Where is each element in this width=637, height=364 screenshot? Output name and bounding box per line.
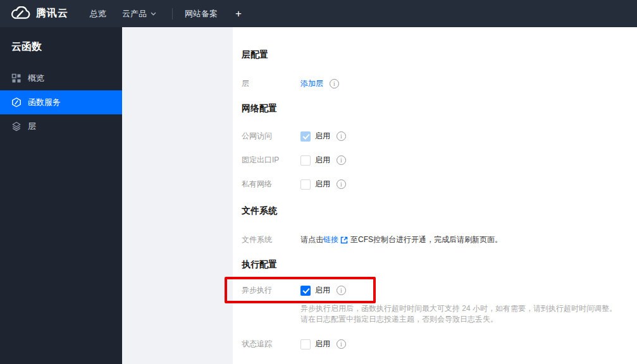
enable-checkbox[interactable] — [300, 286, 311, 296]
enable-checkbox[interactable] — [300, 339, 311, 349]
private-network-row: 私有网络 启用 — [242, 179, 637, 190]
enable-checkbox — [300, 131, 311, 142]
tencent-cloud-logo[interactable]: 腾讯云 — [10, 6, 68, 21]
description-line: 异步执行启用后，函数执行超时时间最大可支持 24 小时，如有需要，请到执行超时时… — [300, 303, 637, 314]
nav-divider — [172, 8, 173, 20]
sidebar-item-layers[interactable]: 层 — [0, 114, 122, 138]
row-label: 状态追踪 — [242, 339, 300, 349]
row-label: 固定出口IP — [242, 155, 300, 166]
sidebar-title: 云函数 — [0, 27, 122, 54]
enable-label: 启用 — [315, 285, 330, 296]
file-system-hint-after: 至CFS控制台进行开通，完成后请刷新页面。 — [350, 234, 502, 245]
info-icon[interactable] — [337, 131, 346, 141]
layer-row: 层 添加层 — [242, 78, 637, 89]
enable-checkbox[interactable] — [300, 179, 311, 190]
enable-checkbox[interactable] — [300, 155, 311, 166]
description-line: 请在日志配置中指定日志投递主题，否则会导致日志丢失。 — [300, 314, 637, 325]
async-execution-description: 异步执行启用后，函数执行超时时间最大可支持 24 小时，如有需要，请到执行超时时… — [300, 303, 637, 325]
info-icon[interactable] — [337, 286, 346, 295]
status-tracking-row: 状态追踪 启用 — [242, 339, 637, 349]
cfs-console-link[interactable]: 链接 — [323, 234, 338, 245]
enable-label: 启用 — [315, 179, 330, 190]
sidebar: 云函数 概览 函数服务 — [0, 27, 122, 364]
info-icon[interactable] — [337, 179, 346, 189]
logo-text: 腾讯云 — [36, 7, 68, 20]
sidebar-item-label: 函数服务 — [28, 97, 61, 108]
external-link-icon[interactable] — [340, 236, 348, 244]
row-label: 层 — [242, 78, 300, 89]
file-system-hint-before: 请点击 — [300, 234, 323, 245]
top-menu: 总览 云产品 网站备案 + — [90, 8, 242, 20]
enable-label: 启用 — [315, 155, 330, 166]
sidebar-item-function-service[interactable]: 函数服务 — [0, 90, 122, 114]
public-network-row: 公网访问 启用 — [242, 131, 637, 142]
sidebar-item-label: 层 — [28, 121, 36, 132]
section-title-layer-config: 层配置 — [242, 50, 637, 59]
file-system-row: 文件系统 请点击 链接 至CFS控制台进行开通，完成后请刷新页面。 — [242, 234, 637, 245]
enable-label: 启用 — [315, 131, 330, 142]
cloud-logo-icon — [10, 6, 30, 21]
async-execution-row: 异步执行 启用 — [242, 285, 637, 296]
info-icon[interactable] — [337, 339, 346, 349]
function-icon — [11, 97, 22, 107]
section-title-file-system: 文件系统 — [242, 206, 637, 215]
sidebar-item-label: 概览 — [28, 73, 44, 84]
info-icon[interactable] — [330, 79, 339, 88]
add-layer-link[interactable]: 添加层 — [300, 78, 323, 89]
nav-item-overview[interactable]: 总览 — [90, 8, 106, 20]
add-tab-button[interactable]: + — [235, 8, 242, 19]
row-label: 公网访问 — [242, 131, 300, 142]
section-title-execution-config: 执行配置 — [242, 260, 637, 269]
row-label: 文件系统 — [242, 234, 300, 245]
sidebar-item-overview[interactable]: 概览 — [0, 66, 122, 90]
nav-item-cloud-products[interactable]: 云产品 — [122, 8, 156, 20]
info-icon[interactable] — [337, 155, 346, 165]
fixed-egress-ip-row: 固定出口IP 启用 — [242, 155, 637, 166]
row-label: 私有网络 — [242, 179, 300, 190]
chevron-down-icon — [151, 12, 156, 16]
grid-icon — [11, 73, 22, 83]
function-config-form: 层配置 层 添加层 网络配置 公网访问 启用 固定出口IP 启用 私有网络 启用… — [233, 27, 637, 364]
nav-item-icp-filing[interactable]: 网站备案 — [185, 8, 218, 20]
enable-label: 启用 — [315, 339, 330, 349]
secondary-panel — [122, 27, 233, 364]
section-title-network-config: 网络配置 — [242, 104, 637, 112]
top-navigation-bar: 腾讯云 总览 云产品 网站备案 + — [0, 0, 637, 27]
row-label: 异步执行 — [242, 285, 300, 296]
layers-icon — [11, 121, 22, 131]
